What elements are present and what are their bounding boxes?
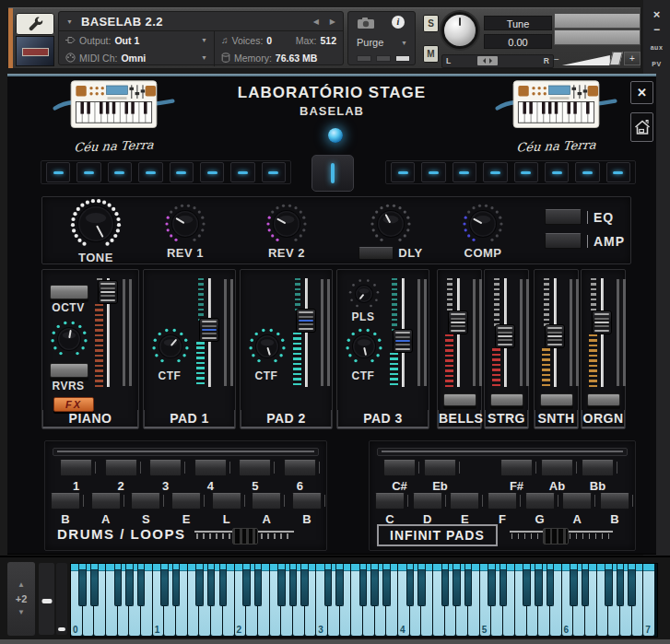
- black-key-26[interactable]: [382, 564, 391, 606]
- black-key-32[interactable]: [453, 564, 461, 606]
- black-key-43[interactable]: [582, 564, 590, 606]
- drums-slot-2-button[interactable]: [105, 460, 137, 476]
- preset-slot-left-8[interactable]: [262, 162, 286, 182]
- black-key-39[interactable]: [535, 564, 543, 606]
- channel-knob-piano[interactable]: [50, 320, 88, 358]
- pv-button[interactable]: PV: [652, 61, 661, 67]
- knob-tone[interactable]: [70, 198, 122, 250]
- window-close-button[interactable]: ×: [653, 8, 661, 20]
- knob-rev-1[interactable]: [164, 203, 206, 245]
- channel-button-strg[interactable]: [490, 393, 523, 406]
- tune-value[interactable]: 0.00: [484, 34, 552, 49]
- black-key-22[interactable]: [335, 564, 344, 606]
- pad-eb-button[interactable]: [424, 460, 456, 476]
- drums-letter-2-button[interactable]: [91, 493, 121, 509]
- preset-slot-left-1[interactable]: [46, 162, 70, 182]
- channel-knob-pad-3[interactable]: [345, 327, 383, 366]
- snapshot-camera-button[interactable]: [357, 17, 375, 33]
- pan-center-marker[interactable]: [477, 56, 498, 65]
- fader-orgn[interactable]: [588, 278, 612, 387]
- drums-slot-1-button[interactable]: [60, 460, 92, 476]
- collapse-caret-icon[interactable]: ▼: [66, 18, 73, 25]
- black-key-1[interactable]: [90, 564, 99, 606]
- drums-slot-4-button[interactable]: [194, 460, 227, 476]
- volume-plus-button[interactable]: +: [624, 52, 641, 65]
- drums-slot-3-button[interactable]: [149, 460, 182, 476]
- pad-ab-button[interactable]: [541, 460, 573, 476]
- black-key-38[interactable]: [523, 564, 531, 606]
- prev-instrument-icon[interactable]: ◀: [313, 18, 319, 26]
- preset-slot-left-5[interactable]: [170, 162, 194, 182]
- drums-slot-6-button[interactable]: [284, 460, 316, 476]
- preset-slot-left-2[interactable]: [76, 162, 100, 182]
- pan-slider[interactable]: L R: [441, 54, 554, 68]
- black-key-28[interactable]: [406, 564, 415, 606]
- preset-slot-left-7[interactable]: [230, 162, 254, 182]
- black-key-29[interactable]: [417, 564, 426, 606]
- preset-slot-right-6[interactable]: [545, 162, 569, 182]
- drums-topbar[interactable]: [53, 448, 319, 456]
- instrument-thumbnail[interactable]: [16, 36, 54, 66]
- home-button[interactable]: [630, 112, 653, 142]
- drums-slot-5-button[interactable]: [239, 460, 271, 476]
- output-selector[interactable]: Output: Out 1 ▼: [59, 31, 214, 49]
- octave-up-icon[interactable]: ▲: [18, 581, 25, 589]
- black-key-31[interactable]: [441, 564, 450, 606]
- black-key-33[interactable]: [464, 564, 473, 606]
- instrument-close-button[interactable]: ✕: [630, 81, 653, 104]
- drums-letter-6-button[interactable]: [252, 493, 281, 509]
- pad-a-button[interactable]: [562, 493, 592, 509]
- drums-letter-7-button[interactable]: [292, 493, 322, 509]
- amp-button[interactable]: [545, 233, 582, 249]
- pad-d-button[interactable]: [413, 493, 442, 509]
- drums-letter-4-button[interactable]: [171, 493, 201, 509]
- tune-knob[interactable]: [441, 12, 478, 49]
- window-minimize-button[interactable]: −: [653, 25, 660, 34]
- black-key-47[interactable]: [628, 564, 636, 606]
- black-key-46[interactable]: [617, 564, 625, 606]
- black-key-14[interactable]: [242, 564, 251, 606]
- midi-caret-icon[interactable]: ▼: [201, 54, 207, 61]
- pad-bb-button[interactable]: [582, 460, 614, 476]
- black-key-15[interactable]: [254, 564, 263, 606]
- pad-b-button[interactable]: [600, 493, 629, 509]
- black-key-0[interactable]: [78, 564, 87, 606]
- drums-letter-1-button[interactable]: [51, 493, 80, 509]
- drums-letter-3-button[interactable]: [131, 493, 160, 509]
- preset-slot-left-6[interactable]: [200, 162, 224, 182]
- solo-button[interactable]: S: [423, 15, 439, 32]
- fader-piano[interactable]: [94, 278, 118, 387]
- aux-button[interactable]: aux: [651, 44, 664, 51]
- wrench-button[interactable]: [16, 13, 54, 35]
- black-key-4[interactable]: [125, 564, 134, 606]
- midi-channel-selector[interactable]: MIDI Ch: Omni ▼: [59, 49, 214, 66]
- mod-wheel-strip[interactable]: [56, 563, 67, 635]
- preset-slot-left-4[interactable]: [138, 162, 162, 182]
- octave-down-icon[interactable]: ▼: [18, 609, 25, 616]
- knob-rev-2[interactable]: [265, 203, 308, 245]
- black-key-24[interactable]: [359, 564, 368, 606]
- volume-slider[interactable]: − +: [554, 53, 641, 65]
- black-key-11[interactable]: [207, 564, 216, 606]
- preset-slot-right-7[interactable]: [575, 162, 599, 182]
- pitch-wheel-strip[interactable]: [39, 563, 54, 635]
- black-key-10[interactable]: [195, 564, 204, 606]
- octave-button[interactable]: [50, 285, 88, 299]
- pad-f-button[interactable]: [488, 493, 517, 509]
- channel-button-bells[interactable]: [443, 393, 476, 406]
- black-key-17[interactable]: [277, 564, 286, 606]
- channel-knob-pad-1[interactable]: [151, 327, 190, 366]
- reverse-button[interactable]: [50, 363, 88, 378]
- black-key-8[interactable]: [172, 564, 181, 606]
- black-key-5[interactable]: [137, 564, 146, 606]
- channel-button-snth[interactable]: [540, 393, 573, 406]
- pads-slider[interactable]: [510, 530, 613, 546]
- eq-button[interactable]: [545, 209, 582, 225]
- output-caret-icon[interactable]: ▼: [201, 37, 207, 43]
- preset-slot-right-2[interactable]: [421, 162, 445, 182]
- black-key-25[interactable]: [370, 564, 379, 606]
- preset-slot-right-3[interactable]: [453, 162, 476, 182]
- fader-pad-2[interactable]: [292, 278, 316, 387]
- black-key-35[interactable]: [488, 564, 496, 606]
- pls-knob[interactable]: [347, 277, 381, 310]
